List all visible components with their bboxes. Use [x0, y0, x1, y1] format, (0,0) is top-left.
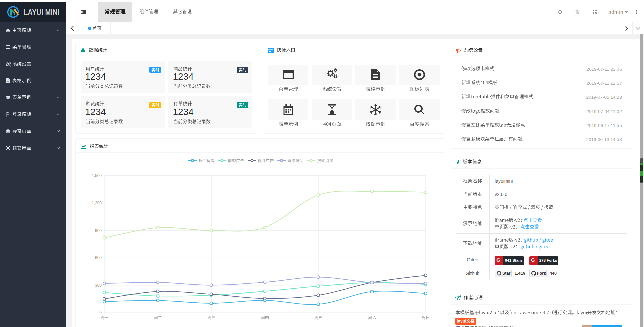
svg-text:1,200: 1,200 — [92, 201, 102, 205]
svg-text:900: 900 — [95, 228, 102, 233]
svg-text:1,500: 1,500 — [92, 173, 102, 178]
svg-text:600: 600 — [95, 255, 102, 260]
svg-text:300: 300 — [95, 283, 102, 288]
